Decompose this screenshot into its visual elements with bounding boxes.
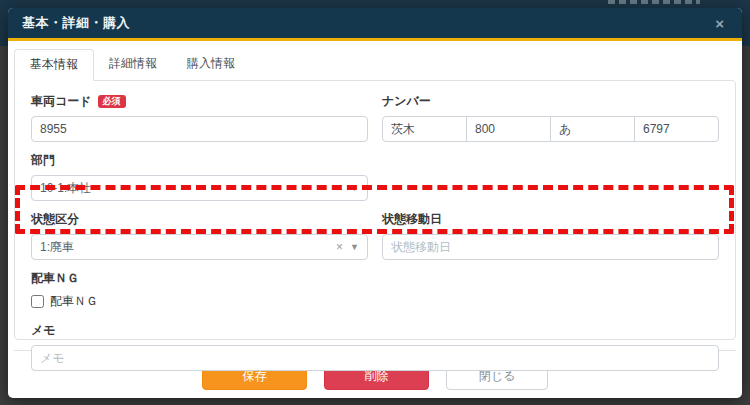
chevron-down-icon[interactable]: ▼ (350, 183, 359, 193)
vehicle-code-label: 車両コード 必須 (31, 93, 368, 110)
modal-title: 基本・詳細・購入 (22, 14, 130, 32)
clear-icon[interactable]: × (329, 181, 350, 195)
memo-input[interactable] (31, 345, 719, 371)
tab-basic-info[interactable]: 基本情報 (14, 49, 94, 81)
number-label: ナンバー (382, 93, 719, 110)
required-badge: 必須 (98, 95, 126, 108)
dispatch-ng-checkbox-label: 配車ＮＧ (50, 293, 98, 310)
vehicle-detail-modal: 基本・詳細・購入 × 基本情報 詳細情報 購入情報 車両コード 必須 ナンバー (8, 8, 742, 398)
department-select[interactable]: 10-1:本社 × ▼ (31, 175, 368, 201)
status-date-input[interactable] (382, 234, 719, 260)
tab-bar: 基本情報 詳細情報 購入情報 (14, 49, 736, 80)
chevron-down-icon[interactable]: ▼ (350, 242, 359, 252)
vehicle-code-input[interactable] (31, 116, 368, 142)
modal-header: 基本・詳細・購入 × (8, 8, 742, 41)
department-label: 部門 (31, 152, 368, 169)
department-select-value: 10-1:本社 (40, 180, 329, 197)
number-kana-input[interactable] (550, 116, 635, 142)
dispatch-ng-label: 配車ＮＧ (31, 270, 719, 287)
number-input-group (382, 116, 719, 142)
tab-detail-info[interactable]: 詳細情報 (94, 49, 172, 80)
number-class-input[interactable] (466, 116, 551, 142)
status-select-value: 1:廃車 (40, 239, 329, 256)
modal-body: 基本情報 詳細情報 購入情報 車両コード 必須 ナンバー (8, 41, 742, 390)
clear-icon[interactable]: × (329, 240, 350, 254)
close-icon[interactable]: × (711, 14, 728, 33)
status-label: 状態区分 (31, 211, 368, 228)
dispatch-ng-checkbox[interactable] (31, 295, 44, 308)
dispatch-ng-checkbox-row: 配車ＮＧ (31, 293, 719, 310)
status-select[interactable]: 1:廃車 × ▼ (31, 234, 368, 260)
status-date-label: 状態移動日 (382, 211, 719, 228)
memo-label: メモ (31, 322, 719, 339)
number-serial-input[interactable] (634, 116, 719, 142)
tab-purchase-info[interactable]: 購入情報 (172, 49, 250, 80)
number-region-input[interactable] (382, 116, 467, 142)
background-text-fragment (608, 0, 700, 4)
tab-content-basic: 車両コード 必須 ナンバー 部門 (14, 80, 736, 340)
